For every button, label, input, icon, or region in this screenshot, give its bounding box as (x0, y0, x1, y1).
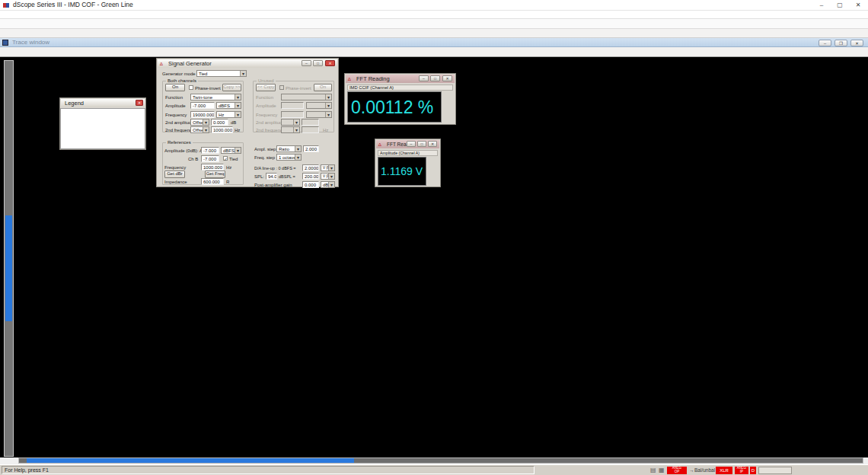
amplitude-unit-select[interactable]: dBFS (216, 102, 241, 109)
fft-reading1-channel-label: IMD CCIF (Channel A) (347, 84, 453, 91)
ref-tied-checkbox[interactable]: ✓ (223, 156, 228, 161)
freq-step-select[interactable]: 1 octave (276, 154, 302, 161)
trace-toolbar (0, 47, 868, 57)
trace-window-titlebar[interactable]: Trace window – ❐ ✕ (0, 38, 868, 47)
amp2-mode-select[interactable]: Offset (190, 119, 209, 126)
spl-input[interactable]: 94.0 (266, 173, 277, 180)
ref-frequency-input[interactable]: 1000.000 (201, 164, 224, 171)
main-toolbar (0, 19, 868, 29)
routing-arrow: → (689, 467, 694, 473)
unused-freq2-input[interactable] (302, 126, 319, 133)
x-axis-scrollbar-thumb[interactable] (27, 458, 354, 463)
post-gain-input[interactable]: 0.000 (302, 181, 319, 188)
spl-unit-select[interactable]: V (RMS) (321, 173, 335, 180)
spl-label: SPL: (254, 174, 264, 179)
fft-reading-window-amplitude[interactable]: ∆ FFT Rea... – □ ✕ Amplitude (Channel A)… (375, 139, 441, 187)
da-lineup-unit-select[interactable]: V (RMS) (321, 164, 335, 171)
fft-reading2-maximize[interactable]: □ (417, 141, 426, 147)
ampl-step-mode-select[interactable]: Ratio (276, 145, 302, 152)
unused-amplitude-unit[interactable] (306, 102, 332, 109)
both-phase-invert-checkbox[interactable] (189, 85, 193, 90)
both-on-button[interactable]: On (165, 84, 185, 91)
frequency-input[interactable]: 19000.000 (190, 111, 215, 118)
unused-phase-invert-checkbox[interactable] (279, 85, 284, 90)
unused-freq2-mode[interactable] (281, 126, 300, 133)
fft-reading2-minimize[interactable]: – (407, 141, 416, 147)
unused-on-button[interactable]: On (314, 84, 332, 91)
frequency-label: Frequency (165, 113, 187, 117)
both-phase-invert-label: Phase-invert (195, 86, 221, 91)
spl-voltage-input[interactable]: 200.00m (302, 173, 319, 180)
y-axis-scrollbar-thumb[interactable] (5, 215, 12, 321)
sg-close-button[interactable]: ✕ (325, 60, 335, 66)
sg-minimize-button[interactable]: – (302, 60, 311, 66)
fft-reading1-value: 0.00112 % (347, 91, 442, 123)
fft-reading2-close[interactable]: ✕ (428, 141, 437, 147)
ref-amp-a-input[interactable]: -7.000 (201, 147, 219, 154)
amplitude-input[interactable]: -7.000 (190, 102, 215, 109)
unused-amp2-mode[interactable] (281, 119, 300, 126)
unused-amp2-input[interactable] (302, 119, 319, 126)
amp2-input[interactable]: 0.000 (211, 119, 228, 126)
both-copy-button[interactable]: Copy >> (222, 84, 241, 91)
fft-reading1-minimize[interactable]: – (419, 75, 429, 81)
ref-amp-b-input[interactable]: -7.000 (201, 155, 219, 162)
ref-amp-unit-select[interactable]: dBFS (221, 147, 241, 154)
unused-copy-button[interactable]: << Copy (256, 84, 276, 91)
trace-close-button[interactable]: ✕ (850, 40, 863, 46)
freq2-mode-select[interactable]: Offset (190, 126, 209, 133)
frequency-unit-select[interactable]: Hz (216, 111, 241, 118)
amp2-unit-label: dB (231, 120, 236, 125)
fft-reading1-close[interactable]: ✕ (442, 75, 452, 81)
unused-frequency-unit[interactable] (306, 111, 332, 118)
close-button[interactable]: ✕ (850, 0, 866, 11)
freq2-input[interactable]: 1000.000 (211, 126, 233, 133)
sg-maximize-button[interactable]: □ (313, 60, 323, 66)
signal-generator-titlebar[interactable]: ∆ Signal Generator – □ ✕ (158, 59, 337, 68)
ampl-step-input[interactable]: 2.000 (303, 145, 319, 152)
fft-reading2-titlebar[interactable]: ∆ FFT Rea... – □ ✕ (376, 140, 439, 148)
legend-window[interactable]: Legend ✕ (59, 97, 146, 150)
printer-icon[interactable]: ▤ (650, 467, 656, 474)
maximize-button[interactable]: ▢ (831, 0, 848, 11)
minimize-button[interactable]: – (813, 0, 830, 11)
get-freq-button[interactable]: Get Freq (205, 171, 225, 178)
function-select[interactable]: Twin-tone (190, 94, 241, 100)
unused-freq2-unit-label: Hz (323, 128, 328, 132)
impedance-label: Impedance (164, 180, 187, 184)
unused-amplitude-label: Amplitude (256, 104, 276, 108)
title-bar[interactable]: dScope Series III - IMD COF - Green Line… (0, 0, 868, 11)
fft-reading2-channel-label: Amplitude (Channel A) (378, 150, 438, 156)
bal-unbal-label: Bal/unbal (694, 467, 715, 473)
trace-minimize-button[interactable]: – (819, 40, 831, 46)
legend-close-button[interactable]: ✕ (136, 100, 143, 106)
y-axis-scrollbar[interactable] (4, 60, 14, 457)
monitor-icon[interactable]: ▦ (659, 467, 665, 474)
legend-titlebar[interactable]: Legend ✕ (61, 99, 145, 107)
fft-reading1-maximize[interactable]: □ (430, 75, 440, 81)
da-lineup-input[interactable]: 2.0000 (302, 164, 319, 171)
x-axis-scrollbar[interactable] (18, 457, 863, 464)
post-gain-unit-select[interactable]: dB (321, 181, 335, 188)
unused-phase-invert-label: Phase-invert (286, 86, 311, 91)
impedance-unit-label: R (226, 180, 229, 184)
unused-frequency-label: Frequency (256, 113, 277, 117)
analog-input-badge: ANLGIP (735, 467, 748, 474)
impedance-input[interactable]: 600.000 (201, 178, 224, 185)
trace-restore-button[interactable]: ❐ (834, 40, 847, 46)
unused-function-select[interactable] (281, 94, 332, 100)
fft-reading2-icon: ∆ (378, 142, 385, 148)
fft-reading2-value: 1.1169 V (378, 157, 426, 186)
get-dbr-button[interactable]: Get dBr (164, 171, 185, 178)
signal-generator-icon: ∆ (160, 62, 166, 67)
signal-generator-dialog[interactable]: ∆ Signal Generator – □ ✕ Generator mode … (156, 58, 339, 187)
unused-frequency-input[interactable] (281, 111, 304, 118)
application-window: dScope Series III - IMD COF - Green Line… (0, 0, 868, 475)
generator-mode-select[interactable]: Tied (196, 70, 247, 77)
freq-step-label: Freq. step (254, 155, 275, 160)
unused-amplitude-input[interactable] (281, 102, 304, 109)
status-bar: For Help, press F1 ▤ ▦ ANLGOP → Bal/unba… (0, 464, 868, 475)
fft-reading-window-imd[interactable]: ∆ FFT Reading – □ ✕ IMD CCIF (Channel A)… (344, 73, 456, 125)
fft-reading1-titlebar[interactable]: ∆ FFT Reading – □ ✕ (346, 75, 455, 83)
menu-bar (0, 11, 868, 19)
